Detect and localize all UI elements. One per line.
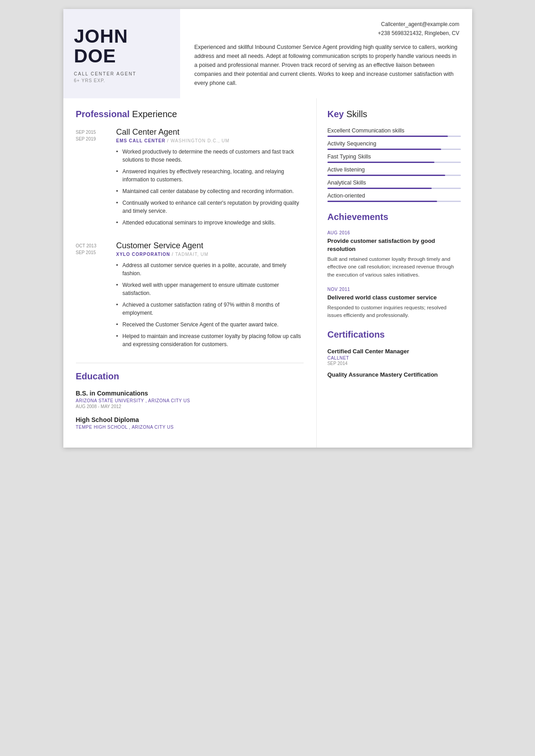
achievement-desc-1: Built and retained customer loyalty thro… (327, 255, 461, 279)
bullet-item: Maintained call center database by colle… (116, 187, 304, 195)
exp-job-title-1: Call Center Agent (116, 127, 304, 137)
achievement-date-2: NOV 2011 (327, 287, 461, 292)
header-left-panel: JOHN DOE CALL CENTER AGENT 6+ YRS EXP. (63, 9, 180, 98)
exp-date-1: SEP 2015SEP 2019 (76, 127, 116, 230)
contact-email: Callcenter_agent@example.com (195, 20, 460, 29)
left-column: Professional Experience SEP 2015SEP 2019… (63, 98, 317, 448)
divider (76, 363, 304, 363)
body-section: Professional Experience SEP 2015SEP 2019… (63, 98, 472, 448)
bullet-item: Address all customer service queries in … (116, 261, 304, 277)
exp-bullets-1: Worked productively to determine the nee… (116, 148, 304, 227)
achievement-entry-1: AUG 2016 Provide customer satisfaction b… (327, 230, 461, 279)
resume-document: JOHN DOE CALL CENTER AGENT 6+ YRS EXP. C… (63, 9, 472, 448)
skill-name: Activity Sequencing (327, 141, 461, 147)
skill-bar-bg (327, 175, 461, 176)
experience-entry-1: SEP 2015SEP 2019 Call Center Agent EMS C… (76, 127, 304, 230)
bullet-item: Attended educational seminars to improve… (116, 219, 304, 227)
cert-name-2: Quality Assurance Mastery Certification (327, 371, 461, 378)
skill-bar-bg (327, 162, 461, 163)
skill-name: Analytical Skills (327, 180, 461, 186)
exp-content-2: Customer Service Agent XYLO CORPORATION … (116, 241, 304, 352)
edu-entry-1: B.S. in Communications ARIZONA STATE UNI… (76, 390, 304, 409)
bullet-item: Achieved a customer satisfaction rating … (116, 301, 304, 317)
bullet-item: Worked productively to determine the nee… (116, 148, 304, 164)
bullet-item: Received the Customer Service Agent of t… (116, 321, 304, 329)
header-right-panel: Callcenter_agent@example.com +238 569832… (180, 9, 472, 98)
header-section: JOHN DOE CALL CENTER AGENT 6+ YRS EXP. C… (63, 9, 472, 98)
edu-entry-2: High School Diploma TEMPE HIGH SCHOOL , … (76, 416, 304, 430)
achievement-title-2: Delivered world class customer service (327, 294, 461, 302)
exp-job-title-2: Customer Service Agent (116, 241, 304, 251)
skill-bar-bg (327, 136, 461, 137)
contact-info: Callcenter_agent@example.com +238 569832… (195, 20, 460, 38)
exp-company-1: EMS CALL CENTER / WASHINGTON D.C., UM (116, 138, 304, 143)
certifications-section: Certifications Certified Call Center Man… (327, 330, 461, 378)
right-column: Key Skills Excellent Communication skill… (317, 98, 472, 448)
bullet-item: Answered inquiries by effectively resear… (116, 167, 304, 184)
skill-item: Active listening (327, 167, 461, 176)
exp-date-2: OCT 2013SEP 2015 (76, 241, 116, 352)
skill-name: Excellent Communication skills (327, 127, 461, 134)
bullet-item: Helped to maintain and increase customer… (116, 332, 304, 348)
bullet-item: Worked well with upper management to ens… (116, 281, 304, 297)
contact-phone: +238 5698321432, Ringleben, CV (195, 29, 460, 38)
candidate-title: CALL CENTER AGENT (74, 71, 169, 76)
summary-text: Experienced and skillful Inbound Custome… (195, 43, 460, 88)
exp-content-1: Call Center Agent EMS CALL CENTER / WASH… (116, 127, 304, 230)
skill-bar-bg (327, 188, 461, 189)
exp-bullets-2: Address all customer service queries in … (116, 261, 304, 348)
edu-date-1: AUG 2008 - MAY 2012 (76, 404, 304, 409)
key-skills-title: Key Skills (327, 109, 461, 119)
skill-name: Action-oriented (327, 193, 461, 199)
achievements-title: Achievements (327, 212, 461, 222)
skill-bar-fill (327, 201, 437, 202)
skill-bar-fill (327, 136, 448, 137)
candidate-name: JOHN DOE (74, 26, 169, 66)
skill-bar-fill (327, 175, 445, 176)
skill-item: Activity Sequencing (327, 141, 461, 150)
skill-name: Active listening (327, 167, 461, 173)
achievements-section: Achievements AUG 2016 Provide customer s… (327, 212, 461, 320)
bullet-item: Continually worked to enhance call cente… (116, 199, 304, 215)
cert-date-1: SEP 2014 (327, 361, 461, 366)
exp-company-2: XYLO CORPORATION / TADMAIT, UM (116, 252, 304, 257)
edu-degree-2: High School Diploma (76, 416, 304, 423)
skill-name: Fast Typing Skills (327, 154, 461, 160)
achievement-title-1: Provide customer satisfaction by good re… (327, 237, 461, 253)
skill-bar-bg (327, 201, 461, 202)
cert-name-1: Certified Call Center Manager (327, 348, 461, 355)
cert-entry-1: Certified Call Center Manager CALLNET SE… (327, 348, 461, 366)
achievement-desc-2: Responded to customer inquiries requests… (327, 304, 461, 320)
skill-item: Fast Typing Skills (327, 154, 461, 163)
edu-degree-1: B.S. in Communications (76, 390, 304, 397)
professional-experience-title: Professional Experience (76, 109, 304, 119)
certifications-title: Certifications (327, 330, 461, 340)
skill-bar-fill (327, 149, 441, 150)
achievement-date-1: AUG 2016 (327, 230, 461, 235)
achievement-entry-2: NOV 2011 Delivered world class customer … (327, 287, 461, 320)
cert-entry-2: Quality Assurance Mastery Certification (327, 371, 461, 378)
skill-item: Analytical Skills (327, 180, 461, 189)
skill-item: Excellent Communication skills (327, 127, 461, 137)
skill-bar-fill (327, 188, 432, 189)
skills-list: Excellent Communication skills Activity … (327, 127, 461, 202)
edu-school-1: ARIZONA STATE UNIVERSITY , ARIZONA CITY … (76, 398, 304, 403)
skill-item: Action-oriented (327, 193, 461, 202)
education-title: Education (76, 371, 304, 382)
cert-issuer-1: CALLNET (327, 356, 461, 360)
skill-bar-fill (327, 162, 434, 163)
edu-school-2: TEMPE HIGH SCHOOL , ARIZONA CITY US (76, 425, 304, 430)
experience-entry-2: OCT 2013SEP 2015 Customer Service Agent … (76, 241, 304, 352)
skills-section: Key Skills Excellent Communication skill… (327, 109, 461, 202)
candidate-exp: 6+ YRS EXP. (74, 78, 169, 83)
skill-bar-bg (327, 149, 461, 150)
